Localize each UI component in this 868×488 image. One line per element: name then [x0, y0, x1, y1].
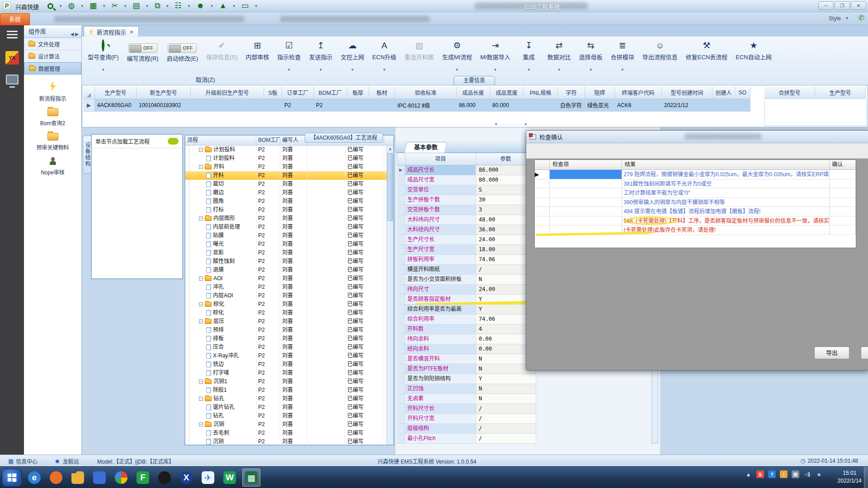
column-header-编写人[interactable]: 编写人	[280, 136, 307, 145]
table-icon[interactable]: ▦	[90, 1, 97, 11]
column-header-字符[interactable]: 字符	[558, 86, 585, 99]
param-row-综合利用率是否为最高[interactable]: 综合利用率是否为最高Y	[397, 305, 536, 314]
ribbon-button-合拼模块[interactable]: ≣合拼模块▾	[607, 39, 638, 73]
flow-row-冲孔[interactable]: 冲孔P2刘喜已编写	[185, 283, 393, 291]
toggle-off[interactable]: OFF	[128, 43, 157, 53]
expander-icon[interactable]: −	[199, 397, 203, 401]
confirm-cell[interactable]	[830, 216, 856, 226]
column-header-项目[interactable]: 项目	[406, 153, 476, 165]
select-all-cell[interactable]	[83, 86, 95, 99]
flow-row-计划投料[interactable]: −计划投料P2刘喜已编写	[185, 145, 393, 154]
toggle-off[interactable]: OFF	[168, 43, 197, 53]
column-header-BOM工厂[interactable]: BOM工厂	[256, 136, 280, 145]
info-center[interactable]: ▦ 信息中心	[8, 457, 38, 465]
param-row-是否为小交货面积拼板[interactable]: 是否为小交货面积拼板N	[397, 275, 536, 285]
column-header-验收标准[interactable]: 验收标准	[395, 86, 457, 99]
flow-row-铣边[interactable]: 铣边P2刘喜已编写	[185, 360, 393, 369]
column-header-订单工厂[interactable]: 订单工厂	[282, 86, 314, 99]
flow-row-内层AOI[interactable]: 内层AOIP2刘喜已编写	[185, 291, 393, 300]
check-item-cell[interactable]	[550, 170, 622, 179]
taskbar-icon-wps[interactable]: W	[221, 469, 239, 487]
check-result-row[interactable]: 494 提示需在电镀【板镀】流程后增加电镀【磨板】流程!	[535, 207, 856, 216]
column-header-升级前旧生产型号[interactable]: 升级前旧生产型号	[191, 86, 264, 99]
column-header-检查项[interactable]: 检查项	[550, 160, 622, 169]
param-row-是否横竖开料[interactable]: 是否横竖开料N	[397, 354, 536, 364]
main-info-tab[interactable]: 主要信息	[453, 76, 495, 85]
column-header-SO[interactable]: SO	[735, 86, 750, 99]
dialog-title-bar[interactable]: 检查确认	[526, 131, 868, 143]
param-row-综合利用率[interactable]: 综合利用率74.06	[397, 314, 536, 324]
flow-row-磨边[interactable]: 磨边P2刘喜已编写	[185, 188, 393, 197]
minimize-button[interactable]: ─	[818, 1, 834, 10]
ribbon-button-内部审核[interactable]: ⊞内部审核	[241, 39, 273, 62]
ring-icon[interactable]: ◍	[68, 1, 75, 11]
copy-icon[interactable]: ⧉	[155, 1, 160, 11]
chevron-down-icon[interactable]: ▾	[372, 67, 396, 72]
flow-row-X-Ray冲孔[interactable]: X-Ray冲孔P2刘喜已编写	[185, 352, 393, 360]
style-selector[interactable]: Style	[829, 15, 841, 22]
flow-row-沉铜[interactable]: 沉铜P2刘喜已编写	[185, 437, 393, 446]
tray-caret-icon[interactable]: ▲	[745, 470, 752, 478]
scissors-icon[interactable]: ✂	[112, 1, 118, 11]
param-row-纬向余料[interactable]: 纬向余料0.00	[397, 334, 536, 344]
ribbon-button-发送指示[interactable]: ↥发送指示▾	[305, 39, 336, 73]
shortcut-预审关键物料[interactable]: 预审关键物料	[24, 133, 81, 151]
column-header-创建人[interactable]: 创建人	[712, 86, 735, 99]
column-header-成品长度[interactable]: 成品长度	[457, 86, 490, 99]
tab-basic-params[interactable]: 基本参数	[404, 142, 448, 153]
ribbon-button-ECN升级[interactable]: AECN升级▾	[368, 39, 400, 73]
column-header-型号创建时间[interactable]: 型号创建时间	[662, 86, 712, 99]
taskbar-icon-floppy[interactable]	[90, 469, 108, 487]
scrollbar-thumb[interactable]	[387, 153, 393, 221]
flow-row-沉铜1[interactable]: −沉铜1P2刘喜已编写	[185, 377, 393, 386]
sidebar-item-数据管理[interactable]: 数据管理	[24, 62, 81, 75]
column-header-板厚[interactable]: 板厚	[347, 86, 369, 99]
column-header-确认[interactable]: 确认	[830, 160, 856, 169]
param-row-层级结构[interactable]: 层级结构/	[397, 424, 536, 434]
column-header-阻焊[interactable]: 阻焊	[585, 86, 615, 99]
taskbar-icon-bird[interactable]: ✈	[199, 469, 217, 487]
flow-row-酸性蚀刻[interactable]: 酸性蚀刻P2刘喜已编写	[185, 257, 393, 266]
flow-row-棕化[interactable]: 棕化P2刘喜已编写	[185, 309, 393, 317]
param-row-纬向尺寸[interactable]: 纬向尺寸24.00	[397, 285, 536, 295]
splitter-handle[interactable]: ▾ ·········· ▾	[495, 122, 528, 127]
check-item-cell[interactable]	[550, 198, 622, 207]
expander-icon[interactable]: −	[199, 216, 203, 221]
column-header-板材[interactable]: 板材	[369, 86, 395, 99]
flow-row-打字唛[interactable]: 打字唛P2刘喜已编写	[185, 369, 393, 377]
param-row-无卤素[interactable]: 无卤素N	[397, 394, 536, 404]
grid-menu-icon[interactable]: ☷	[175, 1, 182, 11]
expander-icon[interactable]: −	[199, 422, 203, 427]
confirm-cell[interactable]	[830, 188, 856, 198]
param-row-最小孔Pitch[interactable]: 最小孔Pitch/	[397, 434, 536, 444]
param-row-开料尺寸长[interactable]: 开料尺寸长/	[397, 404, 536, 414]
param-row-是否为阴阳铜结构[interactable]: 是否为阴阳铜结构Y	[397, 374, 536, 384]
expander-icon[interactable]: −	[199, 302, 203, 306]
param-row-大料经向尺寸[interactable]: 大料经向尺寸36.00	[397, 225, 536, 235]
chevron-down-icon[interactable]: ▾	[480, 67, 510, 72]
flow-row-开料[interactable]: −开料P2刘喜已编写	[185, 163, 393, 171]
column-header-S板[interactable]: S板	[264, 86, 282, 99]
shortcut-Bom查询2[interactable]: Bom查询2	[24, 108, 81, 127]
check-result-row[interactable]: ▶279 阻焊流程，图镀铜镍金最小金厚为0.025um，最大金厚为0.035um…	[535, 170, 856, 179]
taskbar-clock[interactable]: 15:01 2022/1/14	[838, 469, 862, 485]
ribbon-button-MI数据导入[interactable]: ⇥MI数据导入▾	[476, 39, 514, 73]
param-row-是否顾客指定板材[interactable]: 是否顾客指定板材Y	[397, 295, 536, 305]
flow-row-打标[interactable]: 打标P2刘喜已编写	[185, 206, 393, 214]
tab-structure[interactable]: 设备结构	[83, 136, 91, 174]
param-row-成品尺寸长[interactable]: ▶成品尺寸长86.000	[397, 165, 536, 175]
taskbar-icon-xunlei[interactable]: X	[177, 469, 195, 487]
flow-row-钻孔[interactable]: 钻孔P2刘喜已编写	[185, 412, 393, 420]
flow-row-棕化[interactable]: −棕化P2刘喜已编写	[185, 300, 393, 309]
taskbar-icon-chrome[interactable]	[112, 469, 130, 487]
taskbar-icon-foxmail[interactable]: F	[134, 469, 152, 487]
chevron-down-icon[interactable]: ▾	[519, 67, 539, 72]
ribbon-button-重选开料图[interactable]: ▨重选开料图	[401, 39, 438, 62]
flow-row-曝光[interactable]: 曝光P2刘喜已编写	[185, 240, 393, 249]
tray-alert-icon[interactable]: !	[780, 470, 788, 478]
flow-vertical-scrollbar[interactable]: ▲	[387, 145, 393, 445]
chevron-down-icon[interactable]: ▾	[340, 67, 364, 72]
check-item-cell[interactable]	[550, 216, 622, 226]
yx-logo-icon[interactable]: YX	[5, 51, 19, 65]
flow-row-除胶1[interactable]: 除胶1P2刘喜已编写	[185, 386, 393, 394]
